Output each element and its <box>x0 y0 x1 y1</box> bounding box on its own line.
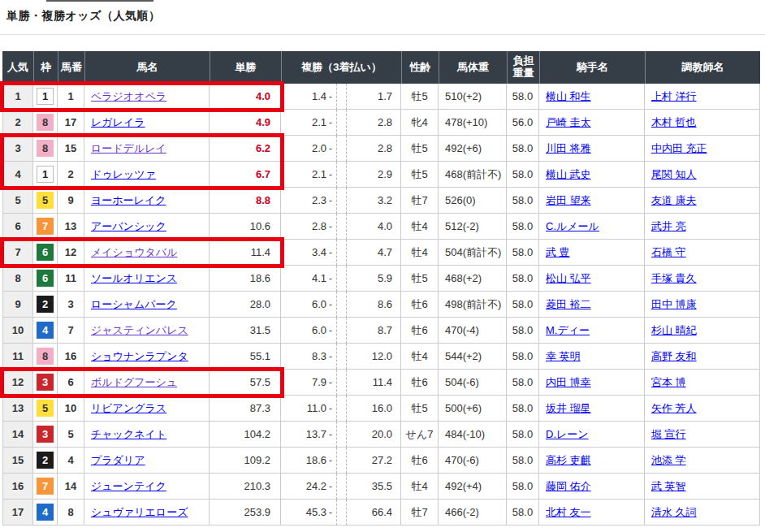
trainer-link[interactable]: 池添 学 <box>651 453 686 468</box>
jockey-link[interactable]: 川田 将雅 <box>546 141 591 156</box>
trainer-link[interactable]: 手塚 貴久 <box>651 271 697 286</box>
jockey-link[interactable]: 内田 博幸 <box>546 375 591 390</box>
column-header-win: 単勝 <box>210 51 281 84</box>
horse-name-link[interactable]: ドゥレッツァ <box>91 167 156 182</box>
horse-number: 8 <box>58 500 84 526</box>
jockey-link[interactable]: D.レーン <box>546 427 589 442</box>
place-odds-divider <box>336 162 347 188</box>
win-odds-value: 6.7 <box>256 168 270 180</box>
impost: 58.0 <box>507 422 539 448</box>
horse-name-cell: ベラジオオペラ <box>84 84 210 110</box>
horse-name-link[interactable]: ショウナンラプンタ <box>91 349 188 364</box>
place-odds-high: 1.7 <box>347 90 400 102</box>
horse-weight: 526(0) <box>439 188 507 214</box>
rank-cell: 14 <box>2 422 33 448</box>
trainer-link[interactable]: 高野 友和 <box>651 349 697 364</box>
horse-name-link[interactable]: ボルドグフーシュ <box>91 375 177 390</box>
trainer-cell: 矢作 芳人 <box>645 396 760 422</box>
trainer-link[interactable]: 武井 亮 <box>651 219 686 234</box>
jockey-link[interactable]: 菱田 裕二 <box>546 297 591 312</box>
column-header-waku: 枠 <box>33 51 58 84</box>
place-odds-divider <box>336 266 347 292</box>
trainer-link[interactable]: 石橋 守 <box>651 245 686 260</box>
place-odds-divider <box>336 500 347 526</box>
horse-name-link[interactable]: リビアングラス <box>91 401 166 416</box>
place-odds-low: 3.4 <box>281 246 326 258</box>
jockey-link[interactable]: 坂井 瑠星 <box>546 401 591 416</box>
win-odds: 210.3 <box>210 474 281 500</box>
trainer-link[interactable]: 尾関 知人 <box>651 167 697 182</box>
trainer-link[interactable]: 宮本 博 <box>651 375 686 390</box>
trainer-link[interactable]: 田中 博康 <box>651 297 697 312</box>
jockey-cell: 坂井 瑠星 <box>539 396 645 422</box>
trainer-link[interactable]: 矢作 芳人 <box>651 401 697 416</box>
jockey-link[interactable]: 幸 英明 <box>546 349 581 364</box>
trainer-link[interactable]: 清水 久詞 <box>651 505 697 520</box>
horse-name-link[interactable]: ロードデルレイ <box>91 141 166 156</box>
place-odds-dash: - <box>329 299 332 310</box>
jockey-link[interactable]: 横山 武史 <box>546 167 591 182</box>
jockey-link[interactable]: 高杉 吏麒 <box>546 453 591 468</box>
win-odds: 57.5 <box>210 370 281 396</box>
place-odds-low: 13.7 <box>281 428 326 440</box>
jockey-cell: 幸 英明 <box>539 344 645 370</box>
trainer-link[interactable]: 武 英智 <box>651 479 686 494</box>
horse-name-cell: ボルドグフーシュ <box>84 370 210 396</box>
place-odds-dash: - <box>329 91 332 102</box>
place-odds-dash: - <box>329 247 332 258</box>
trainer-link[interactable]: 木村 哲也 <box>651 115 697 130</box>
jockey-link[interactable]: 横山 和生 <box>546 89 591 104</box>
rank-cell: 10 <box>2 318 33 344</box>
horse-name-link[interactable]: ローシャムパーク <box>91 297 177 312</box>
sex-age: 牝4 <box>401 110 439 136</box>
jockey-link[interactable]: 岩田 望来 <box>546 193 591 208</box>
horse-name-link[interactable]: ヨーホーレイク <box>91 193 166 208</box>
jockey-link[interactable]: 戸崎 圭太 <box>546 115 591 130</box>
place-odds-dash: - <box>329 117 332 128</box>
trainer-cell: 手塚 貴久 <box>645 266 760 292</box>
jockey-link[interactable]: M.ディー <box>546 323 590 338</box>
impost: 58.0 <box>507 370 539 396</box>
win-odds: 4.9 <box>210 110 281 136</box>
horse-name-link[interactable]: プラダリア <box>91 453 145 468</box>
impost: 58.0 <box>507 136 539 162</box>
trainer-link[interactable]: 上村 洋行 <box>651 89 697 104</box>
impost: 58.0 <box>507 500 539 526</box>
jockey-link[interactable]: C.ルメール <box>546 219 599 234</box>
horse-name-link[interactable]: ベラジオオペラ <box>91 89 166 104</box>
horse-name-link[interactable]: チャックネイト <box>91 427 166 442</box>
win-odds: 11.4 <box>210 240 281 266</box>
horse-name-link[interactable]: ジャスティンパレス <box>91 323 188 338</box>
horse-name-link[interactable]: メイショウタバル <box>91 245 177 260</box>
jockey-link[interactable]: 北村 友一 <box>546 505 591 520</box>
trainer-link[interactable]: 杉山 晴紀 <box>651 323 697 338</box>
horse-name-link[interactable]: レガレイラ <box>91 115 145 130</box>
win-odds-value: 109.2 <box>244 454 270 466</box>
waku-cell: 3 <box>33 370 58 396</box>
place-odds-low: 2.1 <box>281 116 326 128</box>
waku-badge: 2 <box>37 452 54 469</box>
impost: 56.0 <box>507 110 539 136</box>
jockey-link[interactable]: 藤岡 佑介 <box>546 479 591 494</box>
place-odds-dash: - <box>329 351 332 362</box>
place-odds-dash: - <box>329 273 332 284</box>
trainer-link[interactable]: 友道 康夫 <box>651 193 697 208</box>
place-odds-dash: - <box>329 143 332 154</box>
place-odds-dash: - <box>329 403 332 414</box>
horse-name-cell: ソールオリエンス <box>84 266 210 292</box>
place-odds: 2.3-3.2 <box>281 188 401 214</box>
waku-cell: 6 <box>33 240 58 266</box>
waku-cell: 1 <box>33 84 58 110</box>
trainer-link[interactable]: 中内田 充正 <box>651 141 707 156</box>
win-odds: 109.2 <box>210 448 281 474</box>
horse-name-cell: ショウナンラプンタ <box>84 344 210 370</box>
horse-name-link[interactable]: シュヴァリエローズ <box>91 505 188 520</box>
waku-badge: 1 <box>37 166 54 183</box>
trainer-link[interactable]: 堀 宣行 <box>651 427 686 442</box>
jockey-link[interactable]: 武 豊 <box>546 245 570 260</box>
jockey-link[interactable]: 松山 弘平 <box>546 271 591 286</box>
trainer-cell: 木村 哲也 <box>645 110 760 136</box>
horse-name-link[interactable]: ジューンテイク <box>91 479 166 494</box>
horse-name-link[interactable]: アーバンシック <box>91 219 166 234</box>
horse-name-link[interactable]: ソールオリエンス <box>91 271 177 286</box>
